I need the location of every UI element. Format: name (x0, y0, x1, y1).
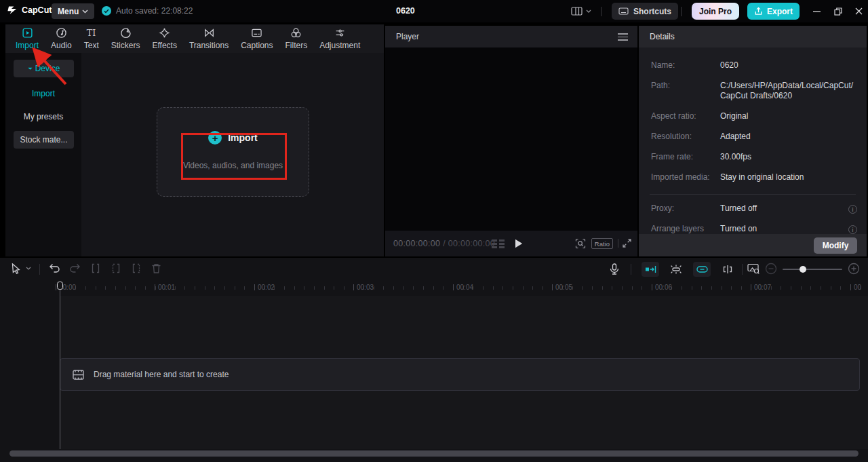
tab-transitions[interactable]: Transitions (183, 27, 235, 50)
detail-label: Proxy: (651, 204, 720, 217)
tab-effects[interactable]: Effects (146, 27, 182, 50)
maximize-button[interactable] (829, 0, 848, 22)
link-toggle[interactable] (693, 262, 711, 277)
tab-label: Stickers (111, 41, 140, 50)
zoom-in-icon[interactable] (848, 263, 860, 275)
close-button[interactable] (849, 0, 868, 22)
minimize-button[interactable] (807, 0, 826, 22)
transitions-tab-icon (203, 27, 215, 39)
timeline-horizontal-scrollbar[interactable] (9, 450, 859, 457)
export-label: Export (767, 7, 793, 16)
media-sidebar: Device Import My presets Stock mate... (5, 53, 81, 256)
playhead-handle[interactable] (57, 282, 63, 290)
split-icon[interactable] (90, 263, 101, 273)
text-tab-icon: TI (85, 27, 97, 39)
sidebar-item-device[interactable]: Device (14, 60, 74, 77)
detail-value: Adapted (720, 132, 857, 145)
sidebar-item-stock-material[interactable]: Stock mate... (14, 131, 74, 149)
undo-icon[interactable] (49, 263, 60, 273)
timeline-zoom-slider[interactable] (783, 269, 842, 270)
delete-icon[interactable] (151, 263, 161, 274)
frame-view-icon[interactable] (492, 239, 505, 248)
tab-label: Text (84, 41, 99, 50)
player-header: Player (385, 26, 637, 47)
menu-button[interactable]: Menu (52, 3, 94, 19)
timeline-ruler[interactable]: 00:00 00:01 00:02 00:03 00:04 00:05 00:0… (0, 281, 868, 296)
timeline-toolbar (0, 258, 868, 281)
detail-label: Name: (651, 60, 720, 74)
tab-label: Import (16, 41, 39, 50)
layout-switch-icon[interactable] (571, 7, 583, 16)
ruler-label: 00:04 (453, 284, 473, 291)
delete-right-icon[interactable] (131, 263, 142, 273)
info-icon[interactable]: i (848, 225, 857, 234)
zoom-slider-handle[interactable] (800, 266, 806, 273)
join-pro-button[interactable]: Join Pro (692, 3, 739, 20)
fullscreen-icon[interactable] (622, 238, 632, 248)
chevron-down-icon[interactable] (586, 9, 591, 13)
timeline-panel: 00:00 00:01 00:02 00:03 00:04 00:05 00:0… (0, 258, 868, 462)
track-empty-hint: Drag material here and start to create (94, 370, 229, 379)
audio-tab-icon (56, 27, 67, 39)
sidebar-item-label: Device (35, 64, 60, 73)
menu-label: Menu (58, 7, 79, 16)
media-clip-icon (73, 370, 84, 380)
tab-stickers[interactable]: Stickers (105, 27, 146, 50)
detail-row-name: Name: 0620 (651, 60, 857, 74)
auto-snap-toggle[interactable] (667, 262, 685, 277)
record-voiceover-icon[interactable] (609, 263, 620, 275)
tab-captions[interactable]: Captions (235, 27, 279, 50)
player-menu-icon[interactable] (618, 33, 628, 41)
chevron-down-icon[interactable] (26, 267, 31, 270)
toolbar-divider (631, 264, 631, 275)
tab-label: Transitions (189, 41, 229, 50)
ruler-label: 00:06 (652, 284, 672, 291)
focus-icon[interactable] (575, 238, 586, 249)
annotation-rectangle (181, 133, 287, 180)
shortcuts-button[interactable]: Shortcuts (612, 3, 678, 20)
zoom-out-icon[interactable] (765, 263, 777, 275)
detail-row-frame-rate: Frame rate: 30.00fps (651, 152, 857, 166)
tab-label: Audio (51, 41, 72, 50)
player-title: Player (396, 32, 419, 41)
sidebar-item-import[interactable]: Import (5, 89, 81, 98)
app-name: CapCut (22, 5, 52, 15)
play-button[interactable] (515, 239, 523, 248)
export-button[interactable]: Export (747, 3, 800, 20)
tab-audio[interactable]: Audio (45, 27, 78, 50)
toolbar-divider (39, 264, 40, 275)
autosave-check-icon (102, 6, 111, 16)
tab-filters[interactable]: Filters (279, 27, 314, 50)
join-pro-label: Join Pro (699, 7, 732, 16)
empty-track-dropzone[interactable]: Drag material here and start to create (60, 358, 860, 391)
preview-axis-toggle[interactable] (719, 262, 736, 277)
details-divider (650, 194, 856, 195)
modify-button[interactable]: Modify (814, 237, 857, 254)
redo-icon[interactable] (69, 263, 81, 273)
delete-left-icon[interactable] (111, 263, 121, 273)
shortcuts-label: Shortcuts (633, 7, 671, 16)
sidebar-item-my-presets[interactable]: My presets (5, 112, 81, 121)
autosave-status: Auto saved: 22:08:22 (102, 6, 193, 16)
capcut-logo-icon (7, 5, 18, 15)
detail-label: Imported media: (651, 172, 720, 186)
select-tool-icon[interactable] (11, 263, 21, 275)
playhead-line (60, 281, 60, 449)
tab-adjustment[interactable]: Adjustment (313, 27, 366, 50)
main-track-magnet-toggle[interactable] (642, 262, 659, 277)
ruler-label: 00:07 (751, 284, 771, 291)
tab-text[interactable]: TI Text (78, 27, 105, 50)
info-icon[interactable]: i (848, 205, 857, 214)
titlebar-divider (681, 7, 682, 16)
detail-row-resolution: Resolution: Adapted (651, 132, 857, 145)
details-panel: Details Name: 0620 Path: C:/Users/HP/App… (639, 26, 867, 256)
detail-row-path: Path: C:/Users/HP/AppData/Local/CapCut/C… (651, 81, 857, 102)
ratio-button[interactable]: Ratio (591, 238, 613, 249)
tab-import[interactable]: Import (9, 27, 45, 50)
detail-label: Resolution: (651, 132, 720, 145)
titlebar-divider (601, 7, 601, 16)
keyboard-icon (618, 7, 629, 15)
cover-preview-icon[interactable] (747, 263, 760, 274)
adjustment-tab-icon (334, 27, 346, 39)
detail-value: Stay in original location (720, 172, 857, 186)
